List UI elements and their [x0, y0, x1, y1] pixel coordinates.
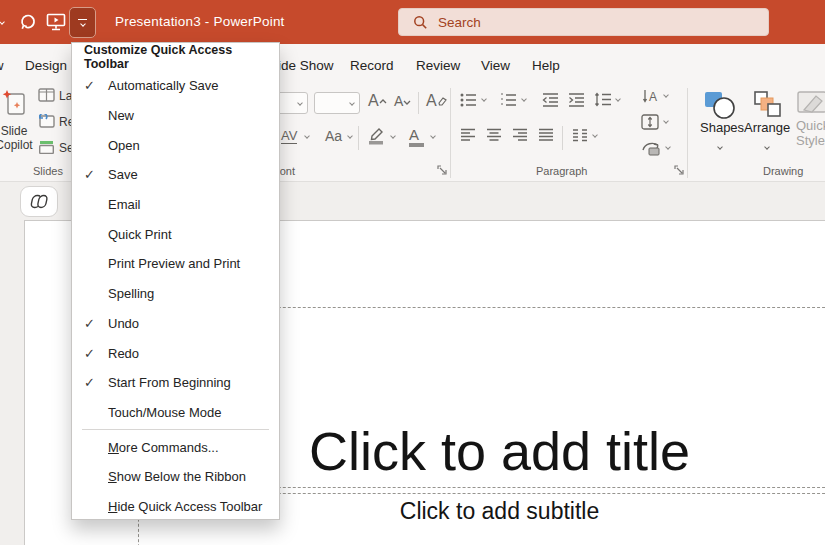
highlighter-chevron[interactable] [390, 133, 396, 139]
layout-icon[interactable] [38, 88, 55, 102]
character-spacing-chevron[interactable] [304, 133, 310, 139]
menu-item[interactable]: Hide Quick Access Toolbar [72, 492, 279, 522]
line-spacing-chevron[interactable] [615, 96, 621, 102]
menu-item[interactable]: Show Below the Ribbon [72, 462, 279, 492]
search-icon [413, 15, 428, 30]
menu-item-label: Automatically Save [108, 78, 219, 93]
paragraph-group-label: Paragraph [536, 165, 587, 177]
menu-item-label: Print Preview and Print [108, 256, 240, 271]
smartart-chevron[interactable] [665, 144, 671, 150]
line-spacing-icon[interactable] [594, 92, 612, 107]
menu-item-label: Redo [108, 346, 139, 361]
menu-header: Customize Quick Access Toolbar [72, 43, 279, 71]
paragraph-dialog-launcher[interactable] [674, 165, 685, 176]
align-center-icon[interactable] [486, 128, 502, 142]
menu-item[interactable]: Email [72, 190, 279, 220]
shapes-icon [703, 90, 737, 120]
columns-chevron[interactable] [592, 132, 598, 138]
arrange-button[interactable]: Arrange [744, 90, 790, 153]
align-left-icon[interactable] [460, 128, 476, 142]
menu-item[interactable]: ✓Start From Beginning [72, 368, 279, 398]
menu-item[interactable]: Touch/Mouse Mode [72, 398, 279, 428]
justify-icon[interactable] [538, 128, 554, 142]
menu-item-label: Hide Quick Access Toolbar [108, 499, 262, 514]
tab-draw[interactable]: Draw [0, 58, 4, 73]
menu-item[interactable]: More Commands... [72, 432, 279, 462]
convert-to-smartart-icon[interactable] [641, 140, 661, 156]
numbered-list-chevron[interactable] [521, 96, 527, 102]
slides-group-label: Slides [33, 165, 63, 177]
numbered-list-icon[interactable] [500, 92, 517, 107]
bullet-list-chevron[interactable] [481, 96, 487, 102]
menu-item-label: Start From Beginning [108, 375, 231, 390]
font-size-combo[interactable] [314, 92, 360, 114]
slide-copilot-icon[interactable] [0, 88, 30, 118]
menu-item[interactable]: New [72, 101, 279, 131]
change-case-chevron[interactable] [347, 133, 353, 139]
text-direction-icon[interactable]: A [641, 88, 659, 104]
reset-icon[interactable] [38, 114, 55, 128]
checkmark-icon: ✓ [72, 346, 96, 361]
menu-item[interactable]: ✓Save [72, 160, 279, 190]
font-color-button[interactable]: A [409, 126, 424, 147]
bullet-list-icon[interactable] [460, 92, 477, 107]
align-right-icon[interactable] [512, 128, 528, 142]
start-slideshow-icon[interactable] [46, 12, 66, 32]
align-text-chevron[interactable] [663, 118, 669, 124]
text-direction-chevron[interactable] [663, 92, 669, 98]
menu-item[interactable]: Quick Print [72, 219, 279, 249]
quick-styles-icon [796, 90, 825, 118]
grow-font-button[interactable]: A [368, 92, 387, 110]
character-spacing-button[interactable]: AV [281, 128, 297, 144]
checkmark-icon: ✓ [72, 167, 96, 182]
dropdown-chevron-icon[interactable] [0, 19, 5, 25]
checkmark-icon: ✓ [72, 375, 96, 390]
svg-text:A: A [649, 90, 657, 104]
tab-review[interactable]: Review [416, 58, 460, 73]
increase-indent-icon[interactable] [568, 92, 585, 107]
menu-item-label: Spelling [108, 286, 154, 301]
menu-item[interactable]: Open [72, 130, 279, 160]
menu-item-label: Open [108, 138, 140, 153]
redo-icon[interactable] [18, 12, 38, 32]
customize-qat-menu: Customize Quick Access Toolbar ✓Automati… [71, 42, 280, 520]
customize-quick-access-toolbar-button[interactable] [69, 7, 96, 38]
change-case-button[interactable]: Aa [325, 128, 342, 144]
menu-item[interactable]: ✓Redo [72, 338, 279, 368]
decrease-indent-icon[interactable] [542, 92, 559, 107]
drawing-group-label: Drawing [763, 165, 803, 177]
tab-help[interactable]: Help [532, 58, 560, 73]
subtitle-placeholder-text: Click to add subtitle [400, 498, 599, 545]
clear-formatting-button[interactable]: A [426, 92, 447, 110]
menu-item[interactable]: ✓Undo [72, 309, 279, 339]
tab-design[interactable]: Design [25, 58, 67, 73]
search-placeholder: Search [438, 15, 481, 30]
tab-record[interactable]: Record [350, 58, 394, 73]
menu-item-label: Touch/Mouse Mode [108, 405, 221, 420]
copilot-button[interactable] [20, 186, 58, 217]
title-placeholder-text: Click to add title [309, 422, 690, 481]
checkmark-icon: ✓ [72, 78, 96, 93]
align-text-icon[interactable] [641, 114, 659, 130]
menu-item-label: New [108, 108, 134, 123]
tab-view[interactable]: View [481, 58, 510, 73]
shapes-button[interactable]: Shapes [700, 90, 740, 153]
search-input[interactable]: Search [398, 8, 769, 36]
menu-item[interactable]: Print Preview and Print [72, 249, 279, 279]
font-color-chevron[interactable] [430, 133, 436, 139]
menu-item-label: Save [108, 167, 138, 182]
menu-item[interactable]: ✓Automatically Save [72, 71, 279, 101]
menu-item-label: Show Below the Ribbon [108, 469, 246, 484]
quick-styles-button[interactable]: Quick Styles [796, 90, 825, 148]
window-title: Presentation3 - PowerPoint [115, 14, 285, 29]
shrink-font-button[interactable]: A [394, 93, 411, 109]
columns-icon[interactable] [572, 128, 588, 142]
menu-item[interactable]: Spelling [72, 279, 279, 309]
highlighter-icon[interactable] [366, 126, 386, 146]
font-dialog-launcher[interactable] [437, 165, 448, 176]
arrange-icon [751, 90, 783, 120]
qat-chevron-icon [80, 21, 86, 27]
powerpoint-window: Presentation3 - PowerPoint Search Draw D… [0, 0, 825, 545]
section-icon[interactable] [38, 140, 55, 154]
checkmark-icon: ✓ [72, 316, 96, 331]
